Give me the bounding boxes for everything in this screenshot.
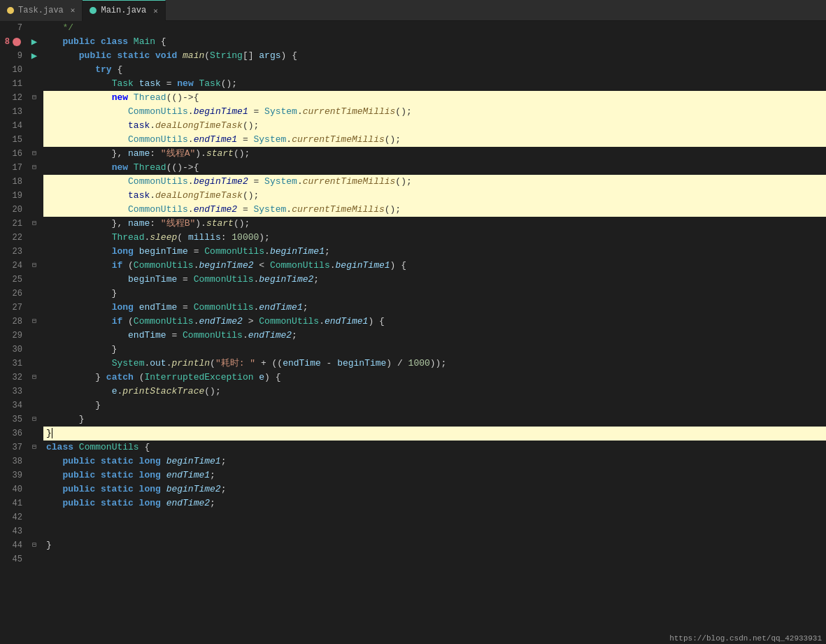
line-num-21: 21: [0, 217, 22, 231]
gutter-13: [28, 105, 41, 119]
line-num-36: 36: [0, 427, 22, 441]
line-num-19: 19: [0, 189, 22, 203]
line-num-7: 7: [0, 21, 22, 35]
gutter-29: [28, 329, 41, 343]
gutter-36: [28, 427, 41, 441]
line-num-41: 41: [0, 496, 22, 510]
code-line-30: }: [43, 343, 826, 357]
code-line-45: [43, 552, 826, 566]
code-line-11: Task task = new Task();: [43, 77, 826, 91]
line-num-42: 42: [0, 510, 22, 524]
code-line-27: long endTime = CommonUtils.endTime1;: [43, 301, 826, 315]
line-num-35: 35: [0, 413, 22, 427]
line-num-45: 45: [0, 552, 22, 566]
gutter-35[interactable]: ⊟: [28, 413, 41, 427]
line-num-27: 27: [0, 301, 22, 315]
code-line-23: long beginTime = CommonUtils.beginTime1;: [43, 245, 826, 259]
line-num-44: 44: [0, 538, 22, 552]
gutter-24[interactable]: ⊟: [28, 259, 41, 273]
gutter-28[interactable]: ⊟: [28, 315, 41, 329]
tab-bar: Task.java ✕ Main.java ✕: [0, 0, 826, 21]
code-line-7: */: [43, 21, 826, 35]
code-line-26: }: [43, 287, 826, 301]
line-num-8: 8: [0, 35, 22, 49]
line-num-32: 32: [0, 371, 22, 385]
gutter-32[interactable]: ⊟: [28, 371, 41, 385]
code-line-19: task.dealLongTimeTask();: [43, 189, 826, 203]
line-num-34: 34: [0, 399, 22, 413]
code-line-22: Thread.sleep( millis: 10000);: [43, 231, 826, 245]
code-line-36: }: [43, 427, 826, 441]
tab-task-java-close[interactable]: ✕: [71, 6, 76, 15]
code-line-41: public static long endTime2;: [43, 496, 826, 510]
gutter-10: [28, 63, 41, 77]
gutter-19: [28, 189, 41, 203]
code-line-9: public static void main(String[] args) {: [43, 49, 826, 63]
gutter-21[interactable]: ⊟: [28, 217, 41, 231]
code-line-8: public class Main {: [43, 35, 826, 49]
line-num-13: 13: [0, 105, 22, 119]
code-line-12: new Thread(()->{: [43, 91, 826, 105]
line-num-17: 17: [0, 161, 22, 175]
code-line-38: public static long beginTime1;: [43, 455, 826, 468]
gutter-41: [28, 496, 41, 510]
code-line-37: class CommonUtils {: [43, 441, 826, 455]
gutter-17[interactable]: ⊟: [28, 161, 41, 175]
line-num-33: 33: [0, 385, 22, 399]
code-line-20: CommonUtils.endTime2 = System.currentTim…: [43, 203, 826, 217]
line-num-43: 43: [0, 524, 22, 538]
line-num-20: 20: [0, 203, 22, 217]
line-num-16: 16: [0, 147, 22, 161]
gutter-12[interactable]: ⊟: [28, 91, 41, 105]
tab-task-java-label: Task.java: [18, 6, 64, 15]
line-num-18: 18: [0, 175, 22, 189]
gutter-33: [28, 385, 41, 399]
line-num-37: 37: [0, 441, 22, 455]
code-line-35: }: [43, 413, 826, 427]
tab-main-java-close[interactable]: ✕: [153, 6, 158, 15]
gutter-8[interactable]: ▶: [28, 35, 41, 49]
code-line-15: CommonUtils.endTime1 = System.currentTim…: [43, 133, 826, 147]
line-num-14: 14: [0, 119, 22, 133]
line-num-12: 12: [0, 91, 22, 105]
code-line-10: try {: [43, 63, 826, 77]
code-line-16: }, name: "线程A").start();: [43, 147, 826, 161]
line-numbers: 7 8 9 10 11 12 13 14 15 16 17 18 19 20 2…: [0, 21, 28, 644]
gutter-18: [28, 175, 41, 189]
code-line-21: }, name: "线程B").start();: [43, 217, 826, 231]
gutter-37[interactable]: ⊟: [28, 441, 41, 455]
gutter-43: [28, 524, 41, 538]
code-line-31: System.out.println("耗时: " + ((endTime - …: [43, 357, 826, 371]
line-num-30: 30: [0, 343, 22, 357]
gutter-11: [28, 77, 41, 91]
line-num-11: 11: [0, 77, 22, 91]
tab-task-java[interactable]: Task.java ✕: [0, 0, 83, 21]
tab-main-java[interactable]: Main.java ✕: [83, 0, 165, 21]
code-line-32: } catch (InterruptedException e) {: [43, 371, 826, 385]
line-num-29: 29: [0, 329, 22, 343]
line-num-38: 38: [0, 455, 22, 468]
gutter-16[interactable]: ⊟: [28, 147, 41, 161]
gutter-42: [28, 510, 41, 524]
line-num-28: 28: [0, 315, 22, 329]
gutter-22: [28, 231, 41, 245]
code-line-28: if (CommonUtils.endTime2 > CommonUtils.e…: [43, 315, 826, 329]
line-num-22: 22: [0, 231, 22, 245]
gutter-26: [28, 287, 41, 301]
gutter-7: [28, 21, 41, 35]
code-content[interactable]: */ public class Main { public static voi…: [41, 21, 826, 644]
code-line-24: if (CommonUtils.beginTime2 < CommonUtils…: [43, 259, 826, 273]
gutter-45: [28, 552, 41, 566]
code-line-13: CommonUtils.beginTime1 = System.currentT…: [43, 105, 826, 119]
gutter-44[interactable]: ⊟: [28, 538, 41, 552]
gutter-15: [28, 133, 41, 147]
gutter-38: [28, 455, 41, 468]
gutter-9[interactable]: ▶: [28, 49, 41, 63]
gutter: ▶ ▶ ⊟ ⊟ ⊟ ⊟ ⊟ ⊟ ⊟ ⊟ ⊟ ⊟: [28, 21, 41, 644]
line-num-23: 23: [0, 245, 22, 259]
code-line-34: }: [43, 399, 826, 413]
line-num-24: 24: [0, 259, 22, 273]
code-line-43: [43, 524, 826, 538]
editor: 7 8 9 10 11 12 13 14 15 16 17 18 19 20 2…: [0, 21, 826, 644]
code-line-14: task.dealLongTimeTask();: [43, 119, 826, 133]
